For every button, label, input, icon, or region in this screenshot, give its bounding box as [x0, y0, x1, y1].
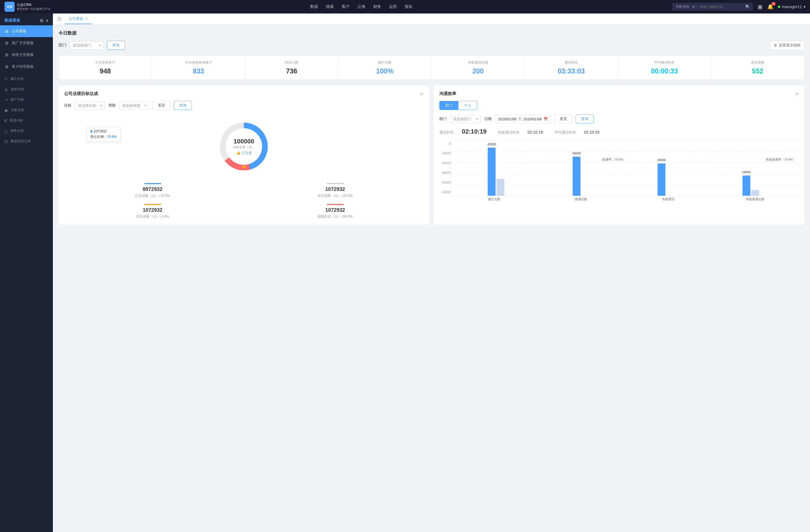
eff-tab-person[interactable]: 个人	[458, 101, 477, 110]
donut-number: 100000	[233, 138, 255, 145]
goal-reset-button[interactable]: 重置	[152, 101, 171, 110]
search-button[interactable]: 🔍	[743, 3, 753, 11]
sidebar-category-sales[interactable]: △ 销售分析	[0, 126, 53, 135]
date-separator: 至	[518, 116, 522, 121]
nav-item-线索[interactable]: 线索	[326, 4, 334, 9]
tab-toggle-icon[interactable]: ☰	[58, 16, 61, 22]
goal-stat-item: 1072932 未完成量（元）| 20.9%	[247, 183, 424, 198]
goal-query-button[interactable]: 查询	[174, 101, 192, 110]
dept-select-wrap: 请选择部门	[70, 41, 103, 49]
stat-value: 100%	[342, 67, 428, 75]
query-button[interactable]: 查询	[107, 41, 125, 50]
efficiency-panel: 沟通效率 ⟳ 部门 个人 部门 请选择部门	[434, 85, 804, 225]
sidebar-category-channel[interactable]: ⑆ 渠道分析	[0, 115, 53, 124]
period-select[interactable]: 请选择周期	[119, 101, 149, 110]
eff-reset-button[interactable]: 重置	[554, 114, 572, 123]
notification-icon[interactable]: 🔔 5	[767, 4, 774, 10]
search-type-select[interactable]: 手机号码	[672, 3, 696, 11]
goal-refresh-icon[interactable]: ⟳	[420, 92, 424, 96]
goal-stat-value: 1072932	[64, 207, 241, 213]
goal-panel-header: 公司业绩目标达成 ⟳	[64, 91, 424, 97]
top-navigation: 云朵 云朵CRM 教育机构一站式服务云平台 数据线索客户公海财务运营报名 手机号…	[0, 0, 810, 14]
nav-item-数据[interactable]: 数据	[310, 4, 318, 9]
stat-card: 成交单数552	[711, 56, 804, 80]
y-axis-label: 0	[439, 142, 451, 145]
sidebar-item-promo-board[interactable]: ⊞ 推广主管看板	[0, 37, 53, 49]
logo-icon: 云朵	[4, 2, 15, 12]
nav-item-公海[interactable]: 公海	[357, 4, 365, 9]
y-axis-label: 20000	[439, 161, 451, 165]
effective-value: 02:10:19	[528, 130, 543, 134]
user-dropdown-icon: ▾	[804, 4, 806, 9]
eff-refresh-icon[interactable]: ⟳	[795, 92, 799, 96]
effective-label: 有效通话时长	[498, 130, 520, 135]
call-duration-value: 02:10:19	[462, 128, 487, 135]
stat-value: 736	[249, 67, 335, 75]
stat-value: 552	[715, 67, 801, 75]
eff-query-button[interactable]: 查询	[576, 114, 594, 123]
eff-filter: 部门 请选择部门 日期 2018/01/08 至 2018/01/08 📅	[439, 114, 799, 123]
main-layout: 数据看板 ⊟ ∧ ⊞ 公司看板 ⊞ 推广主管看板 ⊞ 销售主管看板 ⊞ 客户经理…	[0, 14, 810, 532]
sidebar-item-company-board[interactable]: ⊞ 公司看板	[0, 25, 53, 37]
sidebar-header-icons: ⊟ ∧	[40, 18, 48, 23]
eff-dept-select[interactable]: 请选择部门	[450, 115, 481, 123]
bar: 29000	[658, 163, 665, 196]
settings-label: 设置显示指标	[779, 43, 801, 48]
target-select[interactable]: 请选择目标	[75, 101, 105, 110]
sidebar-label-company-board: 公司看板	[12, 29, 27, 34]
period-label: 周期	[108, 103, 116, 108]
goal-stat-item: 1072932 超额完成（元）| 89.9%	[247, 204, 424, 219]
eff-panel-title: 沟通效率	[439, 91, 456, 97]
sidebar-label-promo-board: 推广主管看板	[12, 40, 34, 46]
tab-company-board[interactable]: 公司看板 ✕	[65, 14, 92, 24]
dept-filter-label: 部门	[59, 43, 66, 48]
logo-text: 云朵CRM 教育机构一站式服务云平台	[17, 3, 51, 11]
sidebar-category-flow[interactable]: ⊡ 数据流转记录	[0, 136, 53, 145]
eff-dept-select-wrap: 请选择部门	[450, 115, 481, 123]
nav-item-财务[interactable]: 财务	[373, 4, 381, 9]
user-info[interactable]: manager11 ▾	[778, 4, 806, 9]
donut-unit: 目标总量（元）	[233, 145, 255, 149]
avg-label: 平均通话时长	[554, 130, 576, 135]
tab-bar: ☰ 公司看板 ✕	[53, 14, 810, 25]
tablet-icon[interactable]: ▣	[757, 3, 763, 10]
sidebar-category-promo[interactable]: ↗ 推广分析	[0, 95, 53, 104]
bar-group: 43000	[454, 140, 539, 196]
eff-tab-dept[interactable]: 部门	[439, 101, 458, 110]
nav-item-客户[interactable]: 客户	[342, 4, 350, 9]
funnel-icon: ▽	[4, 77, 7, 81]
nav-item-报名[interactable]: 报名	[405, 4, 412, 9]
flow-label: 数据流转记录	[11, 139, 31, 144]
sidebar-category-cost[interactable]: ◎ 成本分析	[0, 84, 53, 93]
sidebar-category-visitor[interactable]: ◉ 访客分析	[0, 105, 53, 114]
y-axis-label: 50000	[439, 190, 451, 194]
sidebar-collapse-icon[interactable]: ∧	[46, 18, 48, 23]
company-board-icon: ⊞	[4, 29, 9, 33]
settings-button[interactable]: ⚙ 设置显示指标	[770, 41, 804, 50]
eff-tabs: 部门 个人	[439, 101, 799, 110]
nav-item-运营[interactable]: 运营	[389, 4, 397, 9]
stat-card: 今日有效首咨客户833	[152, 56, 245, 80]
date-range-picker[interactable]: 2018/01/08 至 2018/01/08 📅	[495, 115, 551, 123]
eff-date-label: 日期	[484, 116, 492, 121]
visitor-icon: ◉	[4, 108, 8, 113]
stat-value: 00:00:33	[621, 67, 707, 75]
sidebar-item-sales-board[interactable]: ⊞ 销售主管看板	[0, 49, 53, 61]
tab-close-icon[interactable]: ✕	[85, 17, 88, 21]
sidebar-category-funnel[interactable]: ▽ 漏斗分析	[0, 74, 53, 83]
sidebar-expand-icon[interactable]: ⊟	[40, 18, 43, 23]
bar-group: 35000接通率：70.9%	[539, 140, 623, 196]
cost-label: 成本分析	[11, 87, 24, 92]
bar-group: 18000有效接通率：70.9%	[708, 140, 793, 196]
bar-value-label: 29000	[657, 158, 666, 162]
sidebar-item-client-board[interactable]: ⊞ 客户经理看板	[0, 61, 53, 72]
search-input[interactable]	[697, 3, 743, 11]
settings-icon: ⚙	[774, 43, 777, 48]
promo-label: 推广分析	[11, 97, 24, 102]
dept-select[interactable]: 请选择部门	[70, 41, 103, 49]
visitor-label: 访客分析	[11, 108, 24, 113]
page-content: 今日数据 部门 请选择部门 查询 ⚙ 设置显示指标 今日首咨客户948今日有效首…	[53, 25, 810, 532]
promo-board-icon: ⊞	[4, 41, 9, 45]
sidebar-label-client-board: 客户经理看板	[12, 64, 34, 69]
promo-icon: ↗	[4, 98, 8, 102]
